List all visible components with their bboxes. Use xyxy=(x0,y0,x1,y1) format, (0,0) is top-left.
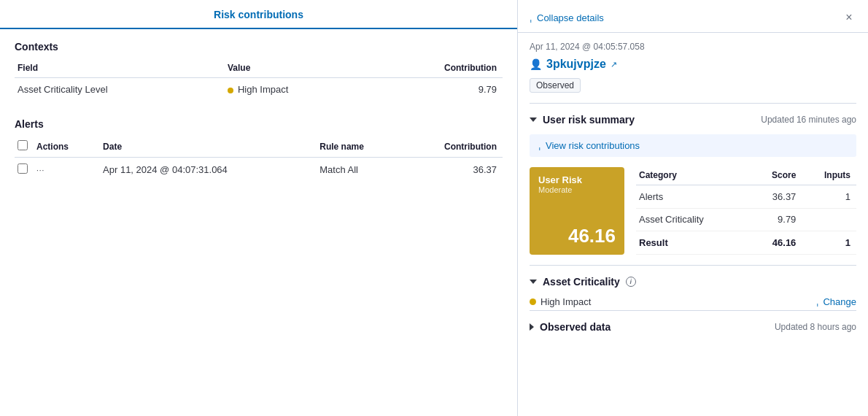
observed-data-header: Observed data Updated 8 hours ago xyxy=(530,321,856,333)
collapse-label: Collapse details xyxy=(537,12,604,23)
alert-rule-name: Match All xyxy=(317,158,403,182)
user-risk-box-sublabel: Moderate xyxy=(538,185,616,194)
risk-score-alerts: 36.37 xyxy=(751,185,802,209)
asset-criticality-row: High Impact ˌ Change xyxy=(530,296,856,307)
asset-criticality-value-left: High Impact xyxy=(530,296,591,307)
observed-data-label: Observed data xyxy=(540,321,611,333)
alert-actions: ··· xyxy=(34,158,100,182)
context-value: High Impact xyxy=(225,78,373,101)
risk-summary-card: User Risk Moderate 46.16 Category Score … xyxy=(530,167,856,255)
alerts-col-contribution: Contribution xyxy=(403,137,503,158)
table-row: Result 46.16 1 xyxy=(636,231,856,255)
contexts-col-field: Field xyxy=(15,60,225,78)
asset-criticality-info-icon[interactable]: i xyxy=(626,277,636,287)
risk-inputs-alerts: 1 xyxy=(802,185,856,209)
risk-col-score: Score xyxy=(751,167,802,185)
high-impact-dot-icon xyxy=(530,298,536,305)
user-risk-summary-section: User risk summary Updated 16 minutes ago… xyxy=(530,103,856,255)
risk-score-asset: 9.79 xyxy=(751,208,802,231)
observed-badge: Observed xyxy=(530,78,581,93)
contexts-section-title: Contexts xyxy=(15,41,503,53)
user-risk-label: User risk summary xyxy=(543,114,635,126)
alert-contribution: 36.37 xyxy=(403,158,503,182)
collapse-arrows-icon: ˌ xyxy=(530,12,532,23)
risk-category-result: Result xyxy=(636,231,751,255)
context-contribution: 9.79 xyxy=(373,78,503,101)
risk-col-category: Category xyxy=(636,167,751,185)
alerts-table: Actions Date Rule name Contribution ··· xyxy=(15,137,503,182)
close-button[interactable]: × xyxy=(842,10,856,25)
alerts-section: Alerts Actions Date Rule name Contributi… xyxy=(15,118,503,182)
user-name-link[interactable]: 3pkujvpjze xyxy=(546,58,606,71)
risk-col-inputs: Inputs xyxy=(802,167,856,185)
change-btn-arrow-icon: ˌ xyxy=(816,296,819,307)
select-all-checkbox[interactable] xyxy=(18,140,28,150)
observed-data-section: Observed data Updated 8 hours ago xyxy=(530,310,856,333)
view-contributions-label: View risk contributions xyxy=(546,140,640,151)
user-risk-updated: Updated 16 minutes ago xyxy=(761,115,856,125)
view-contributions-button[interactable]: ˌ View risk contributions xyxy=(530,134,856,157)
context-field: Asset Criticality Level xyxy=(15,78,225,101)
left-header: Risk contributions xyxy=(0,0,517,29)
user-risk-box-label: User Risk xyxy=(538,174,616,185)
view-contributions-arrow-icon: ˌ xyxy=(538,140,541,151)
external-link-icon[interactable]: ↗ xyxy=(611,60,617,69)
section-header-left: User risk summary xyxy=(530,114,635,126)
risk-breakdown-table: Category Score Inputs Alerts 36.37 1 Ass… xyxy=(636,167,856,255)
table-row: Alerts 36.37 1 xyxy=(636,185,856,209)
risk-score-result: 46.16 xyxy=(751,231,802,255)
table-row: ··· Apr 11, 2024 @ 04:07:31.064 Match Al… xyxy=(15,158,503,182)
alerts-col-rule: Rule name xyxy=(317,137,403,158)
contexts-col-value: Value xyxy=(225,60,373,78)
asset-criticality-chevron-icon[interactable] xyxy=(530,280,537,284)
risk-score-box: User Risk Moderate 46.16 xyxy=(530,167,624,255)
observed-data-header-left: Observed data xyxy=(530,321,611,333)
alert-date: Apr 11, 2024 @ 04:07:31.064 xyxy=(100,158,317,182)
asset-criticality-value: High Impact xyxy=(540,296,591,307)
right-panel-content: Apr 11, 2024 @ 04:05:57.058 👤 3pkujvpjze… xyxy=(518,33,868,350)
change-btn-label: Change xyxy=(823,296,856,307)
alerts-col-checkbox xyxy=(15,137,34,158)
alerts-section-title: Alerts xyxy=(15,118,503,130)
risk-inputs-result: 1 xyxy=(802,231,856,255)
alert-checkbox-cell xyxy=(15,158,34,182)
asset-criticality-section: Asset Criticality i High Impact ˌ Change xyxy=(530,265,856,307)
table-row: Asset Criticality 9.79 xyxy=(636,208,856,231)
event-timestamp: Apr 11, 2024 @ 04:05:57.058 xyxy=(530,42,856,52)
risk-inputs-asset xyxy=(802,208,856,231)
left-panel: Risk contributions Contexts Field Value … xyxy=(0,0,518,416)
collapse-details-button[interactable]: ˌ Collapse details xyxy=(530,12,604,23)
user-risk-score-value: 46.16 xyxy=(538,225,616,247)
contexts-col-contribution: Contribution xyxy=(373,60,503,78)
contexts-table: Field Value Contribution Asset Criticali… xyxy=(15,60,503,101)
actions-dots-icon[interactable]: ··· xyxy=(36,166,44,174)
alerts-col-actions: Actions xyxy=(34,137,100,158)
right-panel: ˌ Collapse details × Apr 11, 2024 @ 04:0… xyxy=(518,0,868,416)
user-risk-summary-header: User risk summary Updated 16 minutes ago xyxy=(530,114,856,126)
user-avatar-icon: 👤 xyxy=(530,58,542,70)
asset-criticality-header-left: Asset Criticality i xyxy=(530,276,636,288)
observed-data-updated: Updated 8 hours ago xyxy=(775,322,856,332)
panel-title: Risk contributions xyxy=(15,9,503,20)
left-content: Contexts Field Value Contribution Asset … xyxy=(0,29,517,416)
table-row: Asset Criticality Level High Impact 9.79 xyxy=(15,78,503,101)
asset-criticality-label: Asset Criticality xyxy=(543,276,620,288)
user-risk-chevron-icon[interactable] xyxy=(530,118,537,122)
change-criticality-button[interactable]: ˌ Change xyxy=(816,296,856,307)
alert-row-checkbox[interactable] xyxy=(18,163,28,174)
observed-data-chevron-icon[interactable] xyxy=(530,323,534,331)
close-icon: × xyxy=(845,11,852,24)
alerts-col-date: Date xyxy=(100,137,317,158)
value-dot-icon xyxy=(228,88,233,93)
risk-category-asset: Asset Criticality xyxy=(636,208,751,231)
right-panel-header: ˌ Collapse details × xyxy=(518,0,868,33)
risk-category-alerts: Alerts xyxy=(636,185,751,209)
asset-criticality-header: Asset Criticality i xyxy=(530,276,856,288)
user-link-row: 👤 3pkujvpjze ↗ xyxy=(530,58,856,71)
